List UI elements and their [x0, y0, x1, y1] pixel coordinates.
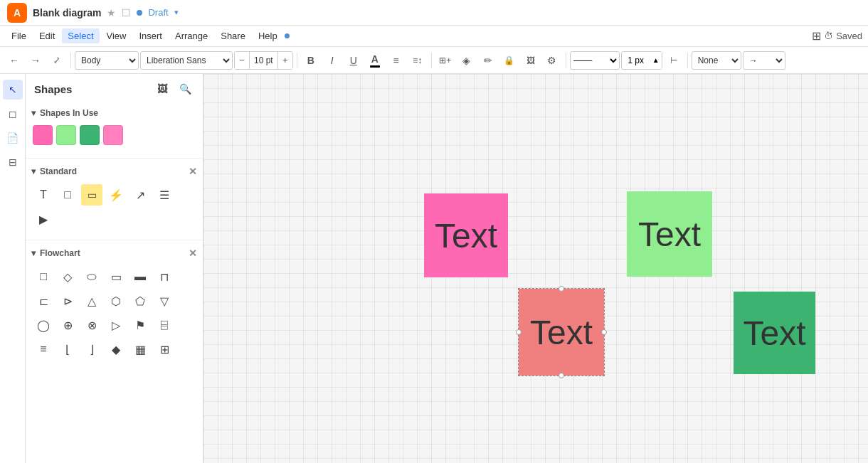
- star-icon[interactable]: ★: [107, 7, 116, 18]
- fc-bracket[interactable]: ⌊: [57, 339, 78, 360]
- sidebar: Shapes 🖼 🔍 ▾ Shapes In Use ▾: [26, 74, 203, 463]
- fc-step[interactable]: ▷: [105, 314, 127, 336]
- left-nav: ↖ ◻ 📄 ⊟: [0, 74, 26, 463]
- flowchart-header: ▾ Flowchart ✕: [31, 248, 197, 259]
- shape-pink-text[interactable]: Text: [424, 193, 508, 277]
- menu-help[interactable]: Help: [253, 28, 283, 43]
- fc-diamond[interactable]: ◇: [57, 266, 78, 287]
- shapes-in-use-header: ▾ Shapes In Use: [31, 108, 197, 118]
- fc-brace[interactable]: ⌸: [154, 314, 175, 336]
- line-width-group: 1 px ▲: [621, 51, 662, 70]
- handle-left[interactable]: [516, 329, 522, 335]
- standard-close[interactable]: ✕: [189, 166, 197, 177]
- handle-right[interactable]: [601, 329, 607, 335]
- fc-tri2[interactable]: ▽: [154, 290, 175, 312]
- flowchart-label: Flowchart: [40, 248, 80, 258]
- fc-table2[interactable]: ⊞: [154, 339, 175, 360]
- shape-green-text[interactable]: Text: [734, 292, 815, 374]
- fc-table[interactable]: ▦: [129, 339, 151, 360]
- handle-top[interactable]: [559, 286, 564, 292]
- redo-button[interactable]: →: [26, 51, 46, 70]
- flowchart-close[interactable]: ✕: [189, 248, 197, 259]
- swatch-green[interactable]: [80, 125, 100, 145]
- shape-salmon-text[interactable]: Text: [519, 289, 604, 376]
- shape-rect[interactable]: □: [57, 184, 78, 206]
- align-more-button[interactable]: ≡↕: [408, 51, 428, 70]
- shape-label-s2: Text: [638, 215, 701, 254]
- more-options-button[interactable]: ⚙: [542, 51, 562, 70]
- swatch-pink[interactable]: [33, 125, 53, 145]
- fc-rect3[interactable]: ⊓: [154, 266, 175, 287]
- fc-rect2[interactable]: ▭: [105, 266, 127, 287]
- fc-flag[interactable]: ⚑: [129, 314, 151, 336]
- shape-lightgreen-text[interactable]: Text: [627, 191, 712, 277]
- align-button[interactable]: ≡: [386, 51, 406, 70]
- canvas-area[interactable]: Text Text Text Text: [203, 74, 868, 463]
- fc-diamond2[interactable]: ◆: [105, 339, 127, 360]
- fc-arrow2[interactable]: ⊳: [57, 290, 78, 312]
- underline-button[interactable]: U: [344, 51, 364, 70]
- italic-button[interactable]: I: [322, 51, 342, 70]
- decrease-size-button[interactable]: −: [235, 52, 249, 69]
- fc-rect[interactable]: □: [33, 266, 54, 287]
- line-width-up[interactable]: ▲: [650, 52, 662, 69]
- line-style-select[interactable]: ——: [570, 51, 620, 70]
- menu-share[interactable]: Share: [215, 28, 251, 43]
- shape-label-s1: Text: [435, 216, 497, 255]
- help-dot: [285, 33, 290, 38]
- draft-arrow[interactable]: ▾: [174, 8, 179, 17]
- plugins-icon[interactable]: ⊞: [812, 29, 821, 43]
- sidebar-search-icon[interactable]: 🔍: [176, 80, 194, 98]
- swatch-pink2[interactable]: [103, 125, 123, 145]
- fc-rect4[interactable]: ⊏: [33, 290, 54, 312]
- increase-size-button[interactable]: +: [278, 52, 292, 69]
- fc-circle-x[interactable]: ⊗: [81, 314, 102, 336]
- menu-insert[interactable]: Insert: [133, 28, 168, 43]
- sidebar-image-icon[interactable]: 🖼: [153, 80, 171, 98]
- left-nav-pages[interactable]: 📄: [3, 128, 23, 148]
- arrow-type-select[interactable]: →: [743, 51, 785, 70]
- fc-bracket2[interactable]: ⌋: [81, 339, 102, 360]
- fc-ellipse[interactable]: ⬭: [81, 266, 102, 287]
- fc-hex[interactable]: ⬡: [105, 290, 127, 312]
- shape-note[interactable]: ▭: [81, 184, 102, 206]
- waypoint-button[interactable]: ⊢: [664, 51, 684, 70]
- page-icon[interactable]: ☐: [122, 7, 131, 18]
- sidebar-title: Shapes: [34, 83, 72, 95]
- swatch-lightgreen[interactable]: [56, 125, 76, 145]
- menu-select[interactable]: Select: [62, 28, 99, 43]
- menu-file[interactable]: File: [6, 28, 32, 43]
- fill-color-button[interactable]: ◈: [457, 51, 477, 70]
- image-button[interactable]: 🖼: [521, 51, 541, 70]
- menu-edit[interactable]: Edit: [33, 28, 60, 43]
- shape-lightning[interactable]: ⚡: [105, 184, 127, 206]
- left-nav-layers[interactable]: ⊟: [3, 152, 23, 172]
- bold-button[interactable]: B: [301, 51, 321, 70]
- menu-view[interactable]: View: [101, 28, 132, 43]
- insert-table-button[interactable]: ⊞+: [435, 51, 455, 70]
- menu-arrange[interactable]: Arrange: [169, 28, 213, 43]
- fc-triangle[interactable]: △: [81, 290, 102, 312]
- shape-play[interactable]: ▶: [33, 208, 54, 230]
- left-nav-cursor[interactable]: ↖: [3, 80, 23, 100]
- fc-lines[interactable]: ≡: [33, 339, 54, 360]
- fc-circle-plus[interactable]: ⊕: [57, 314, 78, 336]
- shape-list[interactable]: ☰: [154, 184, 175, 206]
- toolbar-sep-4: [566, 53, 566, 68]
- handle-bottom[interactable]: [559, 373, 564, 378]
- format-button[interactable]: ⤦: [47, 51, 67, 70]
- undo-button[interactable]: ←: [4, 51, 24, 70]
- font-color-button[interactable]: A: [365, 51, 385, 70]
- font-size-group: − 10 pt +: [234, 51, 293, 70]
- fc-hex2[interactable]: ⬠: [129, 290, 151, 312]
- fc-circle[interactable]: ◯: [33, 314, 54, 336]
- stroke-color-button[interactable]: ✏: [478, 51, 498, 70]
- shape-text[interactable]: T: [33, 184, 54, 206]
- left-nav-shapes[interactable]: ◻: [3, 104, 23, 124]
- body-style-select[interactable]: Body: [75, 51, 139, 70]
- lock-button[interactable]: 🔒: [499, 51, 519, 70]
- connection-type-select[interactable]: None: [692, 51, 741, 70]
- font-select[interactable]: Liberation Sans: [140, 51, 233, 70]
- shape-arrow[interactable]: ↗: [129, 184, 151, 206]
- fc-bar[interactable]: ▬: [129, 266, 151, 287]
